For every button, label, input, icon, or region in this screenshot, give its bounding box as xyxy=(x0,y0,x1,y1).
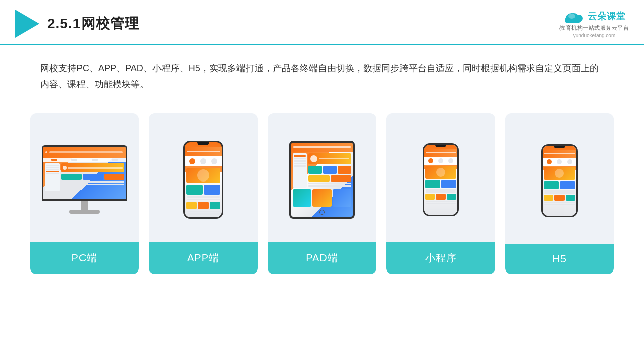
card-app-label: APP端 xyxy=(149,242,258,274)
card-h5: H5 xyxy=(505,113,614,274)
header: 2.5.1网校管理 云朵课堂 教育机构一站式服务云平台 yunduoketang… xyxy=(0,0,644,45)
card-app: APP端 xyxy=(149,113,258,274)
header-left: 2.5.1网校管理 xyxy=(15,10,139,38)
cloud-icon xyxy=(562,9,585,23)
description-text: 网校支持PC、APP、PAD、小程序、H5，实现多端打通，产品各终端自由切换，数… xyxy=(0,45,644,98)
svg-point-4 xyxy=(575,15,583,22)
platform-cards: PC端 xyxy=(0,98,644,289)
page-title: 2.5.1网校管理 xyxy=(47,14,139,33)
header-right: 云朵课堂 教育机构一站式服务云平台 yunduoketang.com xyxy=(559,9,629,38)
card-h5-image xyxy=(505,113,614,244)
card-pad-image xyxy=(268,113,376,242)
brand-url: yunduoketang.com xyxy=(573,33,616,38)
brand-name: 云朵课堂 xyxy=(588,10,626,22)
pc-monitor-icon xyxy=(42,145,127,214)
card-pad-label: PAD端 xyxy=(268,242,376,274)
pad-icon xyxy=(289,141,355,219)
miniapp-phone-icon xyxy=(423,143,459,216)
card-h5-label: H5 xyxy=(505,244,614,274)
card-pad: PAD端 xyxy=(268,113,376,274)
brand-slogan: 教育机构一站式服务云平台 xyxy=(559,24,629,32)
logo-triangle-icon xyxy=(15,10,39,38)
card-pc: PC端 xyxy=(30,113,139,274)
phone-app-icon xyxy=(183,141,223,219)
brand-logo: 云朵课堂 xyxy=(562,9,626,23)
card-miniapp: 小程序 xyxy=(386,113,495,274)
card-miniapp-label: 小程序 xyxy=(386,242,495,274)
svg-point-5 xyxy=(568,14,575,19)
card-app-image xyxy=(149,113,258,242)
card-pc-label: PC端 xyxy=(30,242,139,274)
h5-phone-icon xyxy=(541,144,578,217)
card-miniapp-image xyxy=(386,113,495,242)
card-pc-image xyxy=(30,113,139,242)
